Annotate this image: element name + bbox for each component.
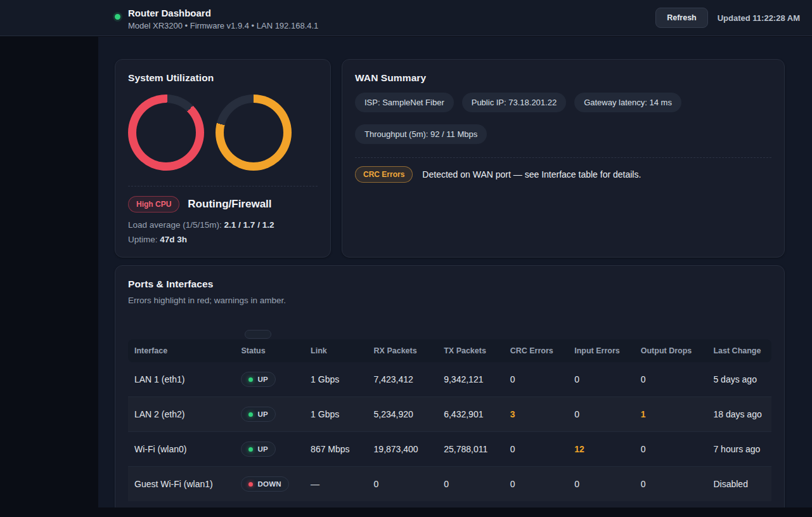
crc-cell: 0 — [504, 432, 569, 467]
page-subtitle: Model XR3200 • Firmware v1.9.4 • LAN 192… — [128, 21, 318, 30]
wan-chip-row-2: Throughput (5m): 92 / 11 Mbps — [355, 124, 771, 144]
crc-errors-badge: CRC Errors — [355, 166, 413, 183]
output-drops-cell: 1 — [635, 397, 707, 432]
wan-summary-card: WAN Summary ISP: SampleNet Fiber Public … — [342, 59, 785, 258]
tx-cell: 25,788,011 — [437, 432, 504, 467]
status-label: UP — [257, 410, 267, 418]
input-errors-cell: 12 — [568, 432, 635, 467]
rx-cell: 0 — [368, 467, 438, 502]
status-cell: UP — [235, 397, 304, 432]
table-row: Guest Wi-Fi (wlan1) DOWN — 0 0 0 0 0 Dis… — [128, 467, 771, 502]
status-label: DOWN — [257, 480, 281, 488]
status-cell: UP — [235, 362, 304, 397]
status-pill: DOWN — [241, 476, 288, 492]
load-average-label: Load average (1/5/15m): — [128, 220, 224, 230]
last-change-cell: 18 days ago — [707, 397, 771, 432]
high-cpu-badge: High CPU — [128, 196, 179, 213]
last-change-cell: 7 hours ago — [707, 432, 771, 467]
page-title: Router Dashboard — [128, 8, 318, 18]
throughput-chip: Throughput (5m): 92 / 11 Mbps — [355, 124, 487, 144]
dashed-divider — [128, 186, 318, 187]
col-status: Status — [235, 339, 304, 362]
load-average-line: Load average (1/5/15m): 2.1 / 1.7 / 1.2 — [128, 220, 318, 230]
wan-summary-title: WAN Summary — [355, 72, 771, 84]
dashed-divider — [355, 157, 771, 158]
cpu-donut-chart — [128, 95, 204, 171]
status-up-dot-icon — [248, 447, 253, 452]
gateway-latency-chip: Gateway latency: 14 ms — [574, 93, 681, 112]
last-change-cell: 5 days ago — [707, 362, 771, 397]
interface-cell: Guest Wi-Fi (wlan1) — [128, 467, 235, 502]
status-label: UP — [257, 445, 267, 453]
rx-cell: 19,873,400 — [368, 432, 438, 467]
col-rx-packets: RX Packets — [368, 339, 438, 362]
tx-cell: 6,432,901 — [437, 397, 504, 432]
ports-interfaces-subtitle: Errors highlight in red; warnings in amb… — [128, 296, 771, 305]
uptime-label: Uptime: — [128, 235, 160, 244]
rx-cell: 5,234,920 — [368, 397, 438, 432]
col-link: Link — [304, 339, 367, 362]
top-process-label: Routing/Firewall — [188, 198, 271, 211]
uptime-value: 47d 3h — [160, 235, 187, 244]
donut-charts — [128, 95, 318, 171]
interface-cell: Wi-Fi (wlan0) — [128, 432, 235, 467]
status-up-dot-icon — [248, 412, 253, 417]
input-errors-cell: 0 — [568, 362, 635, 397]
top-bar: Router Dashboard Model XR3200 • Firmware… — [0, 0, 812, 36]
system-utilization-title: System Utilization — [128, 72, 318, 84]
rx-cell: 7,423,412 — [368, 362, 438, 397]
link-cell: 1 Gbps — [304, 362, 367, 397]
link-cell: 867 Mbps — [304, 432, 367, 467]
tx-cell: 0 — [437, 467, 504, 502]
updated-timestamp: Updated 11:22:28 AM — [718, 13, 800, 23]
interface-cell: LAN 2 (eth2) — [128, 397, 235, 432]
status-pill: UP — [241, 407, 275, 422]
table-row: LAN 2 (eth2) UP 1 Gbps 5,234,920 6,432,9… — [128, 397, 771, 432]
table-header-row: Interface Status Link RX Packets TX Pack… — [128, 339, 771, 362]
output-drops-cell: 0 — [635, 467, 707, 502]
crc-cell: 3 — [504, 397, 569, 432]
input-errors-cell: 0 — [568, 467, 635, 502]
load-average-value: 2.1 / 1.7 / 1.2 — [224, 220, 274, 230]
interfaces-table: Interface Status Link RX Packets TX Pack… — [128, 339, 771, 501]
public-ip-chip: Public IP: 73.18.201.22 — [462, 93, 566, 112]
col-output-drops: Output Drops — [635, 339, 707, 362]
system-status-line: High CPU Routing/Firewall — [128, 196, 318, 213]
col-interface: Interface — [128, 339, 235, 362]
input-errors-cell: 0 — [568, 397, 635, 432]
status-cell: UP — [235, 432, 304, 467]
status-pill: UP — [241, 372, 275, 387]
output-drops-cell: 0 — [635, 432, 707, 467]
wan-alert-line: CRC Errors Detected on WAN port — see In… — [355, 166, 771, 183]
status-pill: UP — [241, 442, 275, 457]
table-row: Wi-Fi (wlan0) UP 867 Mbps 19,873,400 25,… — [128, 432, 771, 467]
output-drops-cell: 0 — [635, 362, 707, 397]
status-up-dot-icon — [248, 377, 253, 382]
ports-interfaces-card: Ports & Interfaces Errors highlight in r… — [115, 265, 785, 507]
clipped-status-pill — [245, 330, 271, 339]
system-utilization-card: System Utilization High CPU Routing/Fire… — [115, 59, 331, 258]
router-online-dot-icon — [115, 14, 120, 20]
top-bar-right: Refresh Updated 11:22:28 AM — [655, 8, 800, 28]
ports-interfaces-title: Ports & Interfaces — [128, 278, 771, 290]
col-input-errors: Input Errors — [568, 339, 635, 362]
last-change-cell: Disabled — [707, 467, 771, 502]
tx-cell: 9,342,121 — [437, 362, 504, 397]
col-tx-packets: TX Packets — [437, 339, 504, 362]
link-cell: — — [304, 467, 367, 502]
crc-cell: 0 — [504, 362, 569, 397]
col-last-change: Last Change — [707, 339, 771, 362]
isp-chip: ISP: SampleNet Fiber — [355, 93, 454, 112]
crc-cell: 0 — [504, 467, 569, 502]
status-label: UP — [257, 376, 267, 383]
main-surface: System Utilization High CPU Routing/Fire… — [98, 37, 812, 507]
interface-cell: LAN 1 (eth1) — [128, 362, 235, 397]
link-cell: 1 Gbps — [304, 397, 367, 432]
refresh-button[interactable]: Refresh — [655, 8, 708, 28]
crc-alert-text: Detected on WAN port — see Interface tab… — [422, 169, 641, 180]
title-block: Router Dashboard Model XR3200 • Firmware… — [128, 5, 318, 30]
top-bar-left: Router Dashboard Model XR3200 • Firmware… — [115, 5, 318, 30]
table-row: LAN 1 (eth1) UP 1 Gbps 7,423,412 9,342,1… — [128, 362, 771, 397]
col-crc-errors: CRC Errors — [504, 339, 569, 362]
status-cell: DOWN — [235, 467, 304, 502]
